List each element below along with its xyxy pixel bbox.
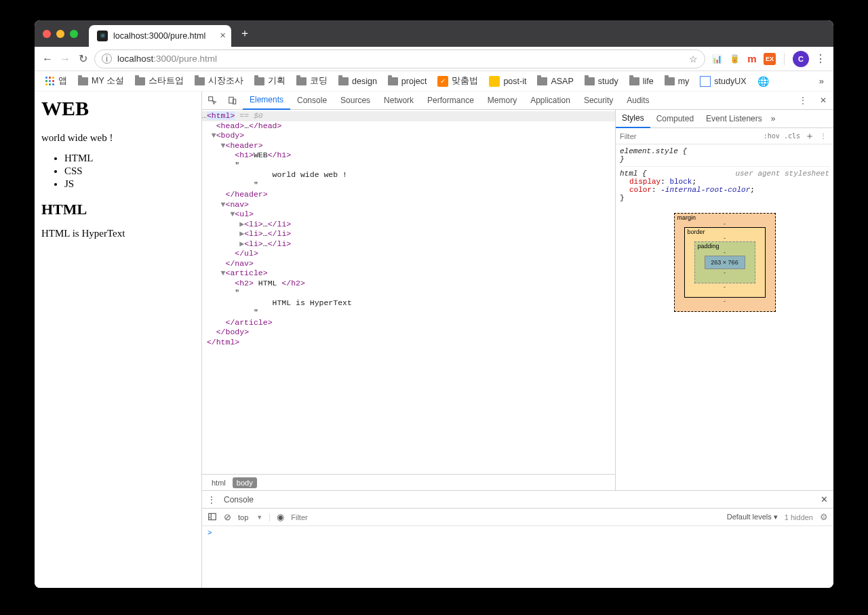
bookmarks-overflow-icon[interactable]: »: [819, 76, 824, 86]
log-levels-select[interactable]: Default levels ▾: [727, 513, 778, 521]
tab-event-listeners[interactable]: Event Listeners: [700, 110, 768, 128]
styles-menu-icon[interactable]: ⋮: [817, 132, 829, 140]
new-rule-button[interactable]: ＋: [802, 130, 817, 142]
bookmark-label: studyUX: [714, 77, 746, 86]
bookmark-item[interactable]: 시장조사: [191, 74, 248, 88]
crumb-body[interactable]: body: [233, 477, 257, 488]
devtools-tabbar: Elements Console Sources Network Perform…: [202, 92, 833, 110]
browser-tab[interactable]: ⚛︎ localhost:3000/pure.html ✕: [89, 25, 231, 47]
inspect-icon[interactable]: [202, 96, 222, 105]
extension-icon[interactable]: m: [746, 53, 758, 65]
tab-sources[interactable]: Sources: [334, 92, 377, 110]
console-filter-input[interactable]: [291, 513, 719, 521]
bookmark-label: study: [598, 77, 618, 86]
tab-performance[interactable]: Performance: [420, 92, 481, 110]
tab-application[interactable]: Application: [524, 92, 577, 110]
maximize-window-button[interactable]: [70, 30, 78, 38]
prop-key: color: [629, 186, 652, 194]
bookmark-item[interactable]: 🌐: [753, 75, 773, 88]
crumb-html[interactable]: html: [208, 477, 230, 488]
tab-security[interactable]: Security: [577, 92, 620, 110]
bookmark-label: design: [352, 77, 377, 86]
bookmark-item[interactable]: ✓맞춤법: [433, 74, 482, 88]
tab-memory[interactable]: Memory: [481, 92, 524, 110]
gear-icon[interactable]: ⚙: [820, 512, 828, 522]
bookmark-item[interactable]: 코딩: [292, 74, 332, 88]
bookmark-item[interactable]: ASAP: [533, 75, 577, 87]
content-size: 263 × 766: [705, 256, 745, 269]
bookmark-item[interactable]: my: [660, 75, 694, 87]
kebab-menu-icon[interactable]: ⋮: [208, 495, 216, 504]
bookmark-item[interactable]: life: [625, 75, 658, 87]
tab-audits[interactable]: Audits: [620, 92, 656, 110]
bookmark-label: 맞춤법: [452, 75, 478, 87]
live-expression-icon[interactable]: ◉: [277, 512, 284, 522]
close-icon[interactable]: ✕: [813, 96, 833, 105]
close-window-button[interactable]: [43, 30, 51, 38]
tab-network[interactable]: Network: [377, 92, 420, 110]
site-info-icon[interactable]: i: [102, 54, 112, 64]
bookmark-item[interactable]: 스타트업: [131, 74, 188, 88]
addressbar: ← → ↻ i localhost:3000/pure.html ☆ 📊 🥫 m…: [35, 47, 833, 71]
chevron-down-icon: ▼: [256, 514, 262, 521]
border-label: border: [688, 229, 705, 235]
tab-styles[interactable]: Styles: [616, 110, 650, 128]
new-tab-button[interactable]: ＋: [235, 24, 254, 43]
context-select[interactable]: top ▼: [238, 513, 270, 521]
bookmark-item[interactable]: project: [384, 75, 431, 87]
bookmark-label: 기획: [268, 75, 285, 87]
prop-val: -internal-root-color: [660, 186, 750, 194]
globe-icon: 🌐: [757, 76, 769, 87]
extension-icon[interactable]: EX: [764, 53, 776, 65]
omnibox[interactable]: i localhost:3000/pure.html ☆: [94, 49, 705, 68]
bookmark-label: life: [643, 77, 654, 86]
extension-icon[interactable]: 🥫: [728, 53, 741, 65]
styles-rules[interactable]: element.style { } user agent stylesheet …: [616, 144, 833, 490]
apps-shortcut[interactable]: 앱: [41, 74, 71, 88]
svg-rect-3: [209, 513, 216, 519]
tab-computed[interactable]: Computed: [650, 110, 700, 128]
bookmark-label: 코딩: [310, 75, 328, 87]
reload-button[interactable]: ↻: [77, 52, 89, 65]
kebab-menu-icon[interactable]: ⋮: [814, 52, 827, 65]
bookmark-item[interactable]: post-it: [485, 75, 530, 88]
bookmark-item[interactable]: MY 소설: [74, 74, 128, 88]
bookmark-item[interactable]: study: [580, 75, 623, 87]
folder-icon: [585, 77, 595, 85]
kebab-menu-icon[interactable]: ⋮: [793, 96, 813, 105]
more-tabs-icon[interactable]: »: [771, 114, 776, 123]
prop-key: display: [629, 178, 660, 186]
dash: -: [724, 269, 726, 276]
bookmark-item[interactable]: design: [334, 75, 381, 87]
bookmarks-bar: 앱 MY 소설 스타트업 시장조사 기획 코딩 design project ✓…: [35, 71, 833, 92]
device-toggle-icon[interactable]: [222, 96, 243, 105]
page-h1: WEB: [41, 97, 195, 120]
cls-toggle[interactable]: .cls: [782, 132, 802, 140]
clear-console-icon[interactable]: ⊘: [224, 512, 231, 522]
user-agent-label: user agent stylesheet: [735, 170, 829, 178]
tab-elements[interactable]: Elements: [243, 92, 290, 110]
list-item: JS: [64, 178, 195, 191]
hov-toggle[interactable]: :hov: [762, 132, 782, 140]
forward-button[interactable]: →: [59, 53, 71, 65]
profile-avatar[interactable]: C: [793, 51, 809, 67]
rule-close: }: [620, 155, 625, 163]
tab-console[interactable]: Console: [290, 92, 334, 110]
minimize-window-button[interactable]: [56, 30, 64, 38]
console-output[interactable]: >: [202, 525, 833, 588]
close-drawer-icon[interactable]: ✕: [821, 494, 828, 504]
extension-icon[interactable]: 📊: [711, 53, 723, 65]
bookmark-star-icon[interactable]: ☆: [689, 54, 698, 64]
url-host: localhost: [117, 54, 153, 64]
bookmark-label: project: [401, 77, 427, 86]
styles-filter-input[interactable]: [620, 132, 762, 140]
dom-tree[interactable]: …<html> == $0 <head>…</head> ▼<body> ▼<h…: [202, 110, 615, 474]
breadcrumb: html body: [202, 474, 615, 490]
back-button[interactable]: ←: [41, 53, 54, 65]
bookmark-item[interactable]: studyUX: [696, 75, 750, 88]
dash: -: [724, 220, 726, 227]
close-tab-icon[interactable]: ✕: [220, 31, 226, 40]
margin-label: margin: [677, 214, 696, 221]
console-sidebar-toggle-icon[interactable]: [208, 512, 217, 523]
bookmark-item[interactable]: 기획: [250, 74, 290, 88]
